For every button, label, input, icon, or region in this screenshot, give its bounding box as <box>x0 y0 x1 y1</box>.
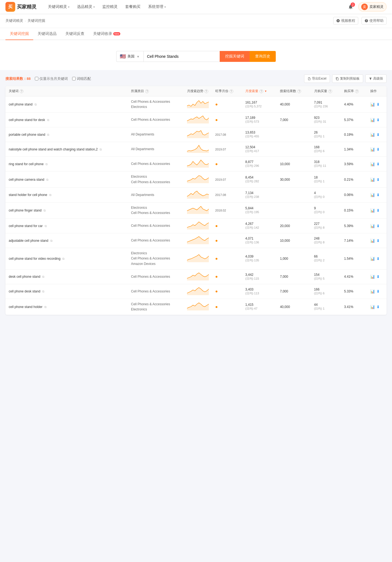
download-action-icon[interactable]: ⬇ <box>376 256 380 261</box>
copy-icon[interactable]: ⧉ <box>42 275 44 278</box>
copy-icon[interactable]: ⧉ <box>46 178 48 181</box>
category-help-icon[interactable]: ? <box>145 89 149 93</box>
th-peak-month: 旺季月份 ? <box>212 86 242 96</box>
trend-sparkline <box>187 191 209 199</box>
download-action-icon[interactable]: ⬇ <box>376 238 380 243</box>
chart-action-icon[interactable]: 📊 <box>370 193 375 197</box>
current-month-checkbox-input[interactable] <box>35 77 38 80</box>
chart-action-icon[interactable]: 📊 <box>370 274 375 279</box>
copy-icon[interactable]: ⧉ <box>50 239 53 242</box>
copy-icon[interactable]: ⧉ <box>47 118 49 122</box>
copy-icon[interactable]: ⧉ <box>45 162 48 166</box>
nav-system[interactable]: 系统管理 ▾ <box>145 3 169 11</box>
download-action-icon[interactable]: ⬇ <box>376 102 380 107</box>
keyword-text[interactable]: cell phone stand for video recording <box>9 257 60 261</box>
download-action-icon[interactable]: ⬇ <box>376 193 380 197</box>
peak-month-cell: 2018.02 <box>212 202 242 218</box>
chart-action-icon[interactable]: 📊 <box>370 177 375 182</box>
current-month-checkbox[interactable]: 仅显示当月关键词 <box>35 76 68 81</box>
nav-monitor[interactable]: 监控精灵 <box>99 3 121 11</box>
copy-icon[interactable]: ⧉ <box>62 257 65 260</box>
copy-icon[interactable]: ⧉ <box>47 133 49 136</box>
chart-action-icon[interactable]: 📊 <box>370 118 375 122</box>
buy-rate-cell: 1.54% <box>341 248 367 270</box>
download-action-icon[interactable]: ⬇ <box>376 147 380 152</box>
keyword-text[interactable]: ring stand for cell phone <box>9 162 44 166</box>
copy-icon[interactable]: ⧉ <box>100 148 102 151</box>
trend-help-icon[interactable]: ? <box>204 89 208 93</box>
download-action-icon[interactable]: ⬇ <box>376 177 380 182</box>
chart-action-icon[interactable]: 📊 <box>370 102 375 107</box>
usage-help-button[interactable]: 使用帮助 <box>362 17 387 25</box>
th-monthly-volume[interactable]: 月搜索量 ? ▼ <box>242 86 277 96</box>
download-action-icon[interactable]: ⬇ <box>376 274 380 279</box>
keyword-text[interactable]: cell phone camera stand <box>9 178 44 182</box>
keyword-search-input[interactable] <box>143 51 220 62</box>
phrase-match-checkbox[interactable]: 词组匹配 <box>72 76 91 81</box>
user-button[interactable]: 卖 卖家精灵 <box>358 2 387 11</box>
keyword-text[interactable]: stand holder for cell phone <box>9 193 47 197</box>
tab-keyword-collect[interactable]: 关键词收录 New <box>89 28 125 40</box>
advanced-filter-button[interactable]: 高级筛 <box>365 74 387 83</box>
search-result-help-icon[interactable]: ? <box>297 89 301 93</box>
keyword-text[interactable]: cell phone finger stand <box>9 209 42 212</box>
chart-action-icon[interactable]: 📊 <box>370 162 375 166</box>
chart-action-icon[interactable]: 📊 <box>370 305 375 309</box>
volume-help-icon[interactable]: ? <box>259 89 263 93</box>
phrase-match-checkbox-input[interactable] <box>72 77 76 80</box>
download-action-icon[interactable]: ⬇ <box>376 118 380 122</box>
keyword-cell: stand holder for cell phone ⧉ <box>5 188 128 202</box>
download-action-icon[interactable]: ⬇ <box>376 224 380 228</box>
export-excel-button[interactable]: 导出Excel <box>304 74 330 83</box>
keyword-text[interactable]: portable cell phone stand <box>9 133 45 137</box>
download-action-icon[interactable]: ⬇ <box>376 289 380 294</box>
query-history-button[interactable]: 查询历史 <box>250 51 276 62</box>
copy-icon[interactable]: ⧉ <box>44 209 46 212</box>
copy-icon[interactable]: ⧉ <box>42 290 44 293</box>
nav-package[interactable]: 套餐购买 <box>122 3 144 11</box>
download-action-icon[interactable]: ⬇ <box>376 132 380 137</box>
keyword-text[interactable]: cell phone stand holder <box>9 305 42 309</box>
keyword-help-icon[interactable]: ? <box>20 89 23 93</box>
chart-action-icon[interactable]: 📊 <box>370 224 375 228</box>
copy-icon[interactable]: ⧉ <box>44 305 47 309</box>
keyword-text[interactable]: cell phone stand for desk <box>9 118 45 122</box>
download-action-icon[interactable]: ⬇ <box>376 162 380 166</box>
copy-icon[interactable]: ⧉ <box>45 224 47 228</box>
tab-keyword-dig[interactable]: 关键词挖掘 <box>5 28 33 40</box>
buy-qty-help-icon[interactable]: ? <box>328 89 332 93</box>
keyword-text[interactable]: nalostyle cell phone stand and watch cha… <box>9 147 98 151</box>
search-result-cell: 1,000 <box>277 248 311 270</box>
keyword-text[interactable]: cell phone stand <box>9 102 32 106</box>
th-keyword: 关键词 ? <box>5 86 128 96</box>
notification-button[interactable]: 2 <box>346 2 355 11</box>
buy-rate-help-icon[interactable]: ? <box>355 89 359 93</box>
video-tutorial-button[interactable]: 视频教程 <box>333 17 358 25</box>
chart-action-icon[interactable]: 📊 <box>370 256 375 261</box>
keyword-text[interactable]: desk cell phone stand <box>9 275 40 279</box>
breadcrumb-item-1[interactable]: 关键词精灵 <box>5 18 23 23</box>
keyword-text[interactable]: adjustable cell phone stand <box>9 239 48 243</box>
peak-help-icon[interactable]: ? <box>229 89 233 93</box>
chart-action-icon[interactable]: 📊 <box>370 132 375 137</box>
download-action-icon[interactable]: ⬇ <box>376 305 380 309</box>
chart-action-icon[interactable]: 📊 <box>370 147 375 152</box>
nav-keyword[interactable]: 关键词精灵 ▾ <box>45 3 73 11</box>
tab-keyword-select[interactable]: 关键词选品 <box>33 28 61 40</box>
chart-action-icon[interactable]: 📊 <box>370 208 375 213</box>
chart-action-icon[interactable]: 📊 <box>370 238 375 243</box>
buy-qty-daily: (日均) 31 <box>314 120 338 124</box>
download-action-icon[interactable]: ⬇ <box>376 208 380 213</box>
dig-keyword-button[interactable]: 挖掘关键词 <box>220 51 250 62</box>
tab-keyword-reverse[interactable]: 关键词反查 <box>61 28 89 40</box>
copy-icon[interactable]: ⧉ <box>35 103 37 106</box>
trend-cell <box>184 96 212 113</box>
keyword-text[interactable]: cell phone stand for car <box>9 224 43 228</box>
keyword-text[interactable]: cell phone desk stand <box>9 289 40 293</box>
chart-action-icon[interactable]: 📊 <box>370 289 375 294</box>
nav-selection[interactable]: 选品精灵 ▾ <box>74 3 98 11</box>
country-select[interactable]: 🇺🇸 美国 ▾ <box>116 51 143 62</box>
buy-qty-daily: (日均) 0 <box>314 195 338 199</box>
copy-clipboard-button[interactable]: 复制到剪贴板 <box>332 74 363 83</box>
copy-icon[interactable]: ⧉ <box>49 193 51 197</box>
